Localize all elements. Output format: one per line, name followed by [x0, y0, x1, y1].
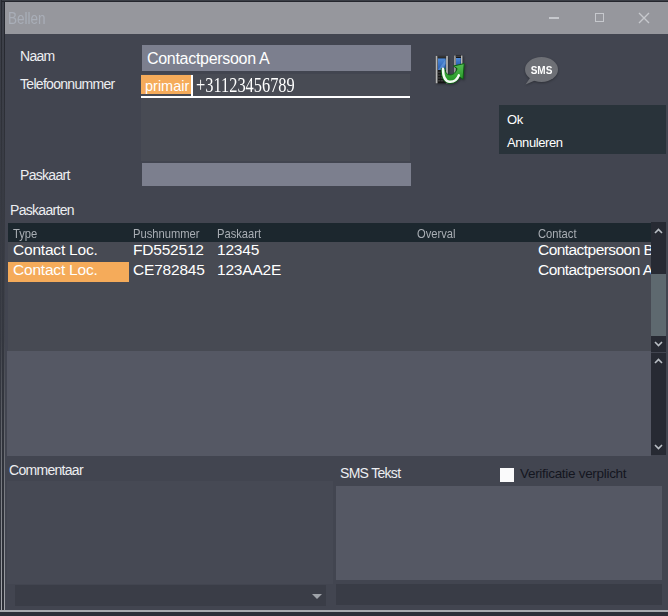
svg-text:SMS: SMS [531, 65, 553, 76]
